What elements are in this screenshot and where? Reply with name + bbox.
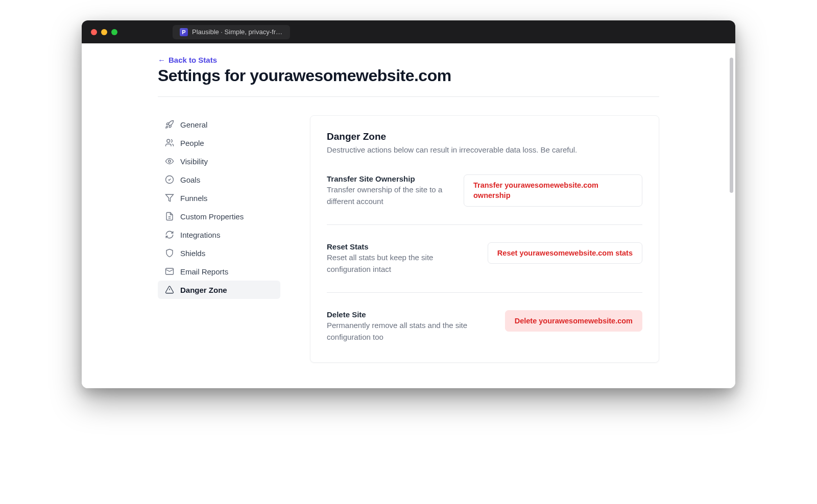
warning-icon	[165, 285, 174, 294]
rocket-icon	[165, 120, 174, 129]
transfer-ownership-row: Transfer Site Ownership Transfer ownersh…	[327, 154, 642, 224]
sidebar-item-shields[interactable]: Shields	[158, 244, 280, 262]
minimize-icon[interactable]	[101, 29, 107, 35]
favicon-icon: P	[180, 28, 188, 36]
sidebar-item-label: Danger Zone	[180, 286, 227, 294]
browser-window: P Plausible · Simple, privacy-frien ← Ba…	[82, 20, 735, 388]
check-circle-icon	[165, 175, 174, 184]
sidebar-item-general[interactable]: General	[158, 115, 280, 134]
sidebar-item-label: Shields	[180, 249, 205, 258]
sidebar-item-custom-properties[interactable]: Custom Properties	[158, 207, 280, 225]
document-icon	[165, 212, 174, 221]
sidebar-item-integrations[interactable]: Integrations	[158, 225, 280, 244]
browser-tab[interactable]: P Plausible · Simple, privacy-frien	[173, 25, 290, 39]
sidebar-item-people[interactable]: People	[158, 134, 280, 152]
action-description: Transfer ownership of the site to a diff…	[327, 184, 451, 207]
arrow-left-icon: ←	[158, 56, 165, 64]
sidebar-item-goals[interactable]: Goals	[158, 170, 280, 189]
sidebar-item-label: People	[180, 139, 204, 147]
panel-title: Danger Zone	[327, 131, 642, 142]
sidebar-item-danger-zone[interactable]: Danger Zone	[158, 281, 280, 299]
shield-icon	[165, 248, 174, 258]
action-title: Transfer Site Ownership	[327, 174, 451, 183]
sidebar-item-label: Visibility	[180, 157, 208, 166]
reset-stats-row: Reset Stats Reset all stats but keep the…	[327, 224, 642, 292]
delete-site-button[interactable]: Delete yourawesomewebsite.com	[505, 310, 642, 332]
window-controls	[91, 29, 117, 35]
action-title: Delete Site	[327, 310, 493, 319]
back-link-label: Back to Stats	[169, 56, 217, 64]
action-title: Reset Stats	[327, 242, 475, 251]
sidebar-item-funnels[interactable]: Funnels	[158, 189, 280, 207]
transfer-ownership-button[interactable]: Transfer yourawesomewebsite.com ownershi…	[464, 174, 642, 207]
sidebar-item-visibility[interactable]: Visibility	[158, 152, 280, 170]
sidebar-item-label: Email Reports	[180, 267, 228, 276]
funnel-icon	[165, 193, 174, 203]
sidebar-item-label: Custom Properties	[180, 212, 244, 221]
maximize-icon[interactable]	[111, 29, 117, 35]
users-icon	[165, 138, 174, 147]
sidebar-item-label: Funnels	[180, 194, 207, 203]
page-title: Settings for yourawesomewebsite.com	[158, 66, 659, 85]
titlebar: P Plausible · Simple, privacy-frien	[82, 20, 735, 43]
settings-sidebar: General People Visibility Goals	[158, 115, 280, 299]
svg-point-1	[169, 160, 171, 163]
sidebar-item-email-reports[interactable]: Email Reports	[158, 262, 280, 281]
reset-stats-button[interactable]: Reset yourawesomewebsite.com stats	[488, 242, 642, 264]
sidebar-item-label: Integrations	[180, 231, 220, 239]
header-divider	[158, 96, 659, 97]
tab-title: Plausible · Simple, privacy-frien	[192, 28, 283, 36]
delete-site-row: Delete Site Permanently remove all stats…	[327, 292, 642, 343]
mail-icon	[165, 267, 174, 276]
page-content: ← Back to Stats Settings for yourawesome…	[82, 43, 735, 388]
sidebar-item-label: Goals	[180, 175, 200, 184]
danger-zone-panel: Danger Zone Destructive actions below ca…	[310, 115, 659, 363]
close-icon[interactable]	[91, 29, 97, 35]
scrollbar[interactable]	[730, 58, 733, 193]
panel-description: Destructive actions below can result in …	[327, 145, 642, 154]
action-description: Permanently remove all stats and the sit…	[327, 320, 493, 343]
back-to-stats-link[interactable]: ← Back to Stats	[158, 56, 217, 64]
refresh-icon	[165, 230, 174, 239]
svg-point-0	[167, 139, 170, 142]
sidebar-item-label: General	[180, 120, 207, 129]
action-description: Reset all stats but keep the site config…	[327, 252, 475, 275]
eye-icon	[165, 157, 174, 166]
